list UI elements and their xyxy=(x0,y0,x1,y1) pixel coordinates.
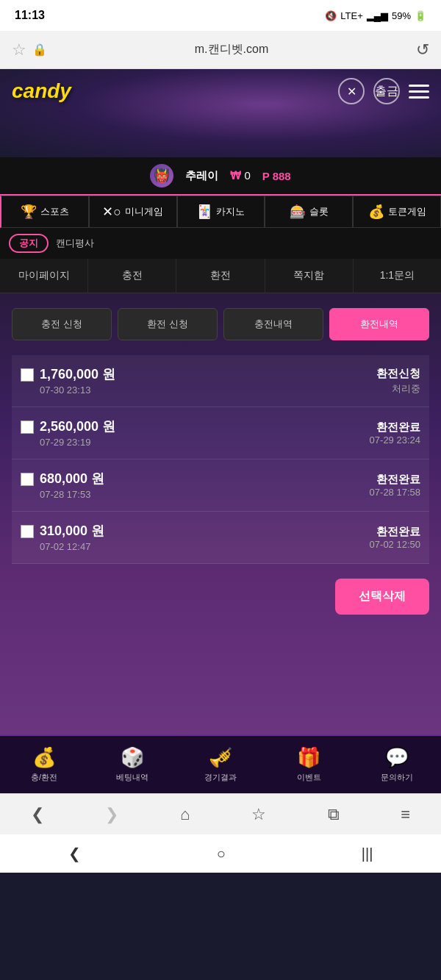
transaction-buttons: 충전 신청 환전 신청 충전내역 환전내역 xyxy=(12,308,429,340)
amount-4: 310,000 원 xyxy=(40,522,104,540)
amount-row-2: 2,560,000 원 xyxy=(21,418,115,435)
checkbox-3[interactable] xyxy=(21,473,34,486)
status-time: 11:13 xyxy=(15,9,45,22)
gift-icon-button[interactable]: ✕ xyxy=(338,78,365,104)
bottom-nav-charge[interactable]: 💰 충/환전 xyxy=(0,742,88,787)
delete-button-wrapper: 선택삭제 xyxy=(12,579,429,615)
battery: 59% xyxy=(392,10,411,21)
bottom-nav-results[interactable]: 🎺 경기결과 xyxy=(176,742,265,787)
bets-nav-icon: 🎲 xyxy=(121,746,144,769)
date-2: 07-29 23:19 xyxy=(40,437,90,448)
menu-button[interactable] xyxy=(409,85,429,99)
table-row: 2,560,000 원 07-29 23:19 환전완료 07-29 23:24 xyxy=(12,407,429,459)
amount-1: 1,760,000 원 xyxy=(40,365,115,383)
date-3: 07-28 17:53 xyxy=(40,489,90,500)
status-date-3: 07-28 17:58 xyxy=(370,487,420,498)
trans-left-1: 1,760,000 원 07-30 23:13 xyxy=(21,365,115,396)
notice-badge[interactable]: 공지 xyxy=(9,234,49,253)
won-symbol: ₩ xyxy=(230,169,241,182)
wallet-button[interactable]: 출금 xyxy=(373,78,400,104)
amount-row-1: 1,760,000 원 xyxy=(21,365,115,383)
system-nav: ❮ ○ ||| xyxy=(0,834,441,873)
tab-mini-game[interactable]: ✕○ 미니게임 xyxy=(89,196,177,228)
browser-left: ☆ 🔒 xyxy=(12,40,47,60)
messages-label: 쪽지함 xyxy=(293,269,324,281)
browser-tabs-button[interactable]: ⧉ xyxy=(328,805,340,824)
money-amount: 0 xyxy=(244,169,250,182)
menu-line-3 xyxy=(409,96,429,99)
signal-bars: ▂▄▆ xyxy=(367,10,388,21)
table-row: 680,000 원 07-28 17:53 환전완료 07-28 17:58 xyxy=(12,459,429,512)
status-label-4: 환전완료 xyxy=(370,525,420,539)
user-avatar: 👹 xyxy=(150,164,173,187)
user-name: 추레이 xyxy=(185,169,218,183)
bottom-nav-inquiry[interactable]: 💬 문의하기 xyxy=(353,742,441,787)
tab-casino[interactable]: 🃏 카지노 xyxy=(177,196,265,228)
nav-charge[interactable]: 충전 xyxy=(88,259,176,293)
status-label-3: 환전완료 xyxy=(370,473,420,487)
network-type: LTE+ xyxy=(340,10,362,21)
battery-icon: 🔋 xyxy=(415,10,426,21)
browser-back-button[interactable]: ❮ xyxy=(31,805,44,824)
header-icons: ✕ 출금 xyxy=(338,78,429,104)
tab-sports-label: 스포츠 xyxy=(40,205,69,218)
tab-sports[interactable]: 🏆 스포츠 xyxy=(0,196,89,228)
status-icons: 🔇 LTE+ ▂▄▆ 59% 🔋 xyxy=(325,10,426,21)
sports-icon: 🏆 xyxy=(21,204,37,220)
status-date-2: 07-29 23:24 xyxy=(370,434,420,446)
bookmark-icon[interactable]: ☆ xyxy=(12,40,26,60)
nav-inquiry[interactable]: 1:1문의 xyxy=(354,259,441,293)
events-nav-icon: 🎁 xyxy=(297,746,320,769)
results-nav-label: 경기결과 xyxy=(204,772,237,783)
bottom-nav-bets[interactable]: 🎲 베팅내역 xyxy=(88,742,176,787)
date-4: 07-02 12:47 xyxy=(40,541,90,552)
notice-bar: 공지 캔디평사 xyxy=(0,228,441,259)
trans-left-3: 680,000 원 07-28 17:53 xyxy=(21,470,104,501)
amount-3: 680,000 원 xyxy=(40,470,104,487)
checkbox-1[interactable] xyxy=(21,368,34,382)
checkbox-2[interactable] xyxy=(21,421,34,434)
header-top: candy ✕ 출금 xyxy=(0,69,441,104)
inquiry-nav-label: 문의하기 xyxy=(381,772,413,783)
btn-exchange-history[interactable]: 환전내역 xyxy=(329,308,429,340)
tab-token[interactable]: 💰 토큰게임 xyxy=(353,196,441,228)
browser-bookmark-button[interactable]: ☆ xyxy=(251,805,266,824)
secondary-nav: 마이페이지 충전 환전 쪽지함 1:1문의 xyxy=(0,259,441,293)
charge-nav-label: 충/환전 xyxy=(31,772,57,783)
mute-icon: 🔇 xyxy=(325,10,337,21)
inquiry-nav-icon: 💬 xyxy=(385,746,409,769)
btn-charge-history[interactable]: 충전내역 xyxy=(223,308,323,340)
browser-url[interactable]: m.캔디벳.com xyxy=(195,42,268,57)
site-header: candy ✕ 출금 xyxy=(0,69,441,157)
browser-menu-button[interactable]: ≡ xyxy=(401,805,410,824)
status-value-1: 처리중 xyxy=(376,382,420,396)
tab-mini-label: 미니게임 xyxy=(125,205,163,218)
nav-exchange[interactable]: 환전 xyxy=(176,259,265,293)
system-recents-button[interactable]: ||| xyxy=(362,845,373,862)
system-home-button[interactable]: ○ xyxy=(217,845,226,862)
events-nav-label: 이벤트 xyxy=(297,772,321,783)
amount-row-3: 680,000 원 xyxy=(21,470,104,487)
inquiry-label: 1:1문의 xyxy=(380,269,415,281)
checkbox-4[interactable] xyxy=(21,525,34,538)
trans-right-4: 환전완료 07-02 12:50 xyxy=(370,525,420,550)
btn-charge-request[interactable]: 충전 신청 xyxy=(12,308,112,340)
user-money: ₩ 0 xyxy=(230,169,251,182)
browser-home-button[interactable]: ⌂ xyxy=(180,805,190,824)
trans-right-3: 환전완료 07-28 17:58 xyxy=(370,473,420,498)
bets-nav-label: 베팅내역 xyxy=(116,772,148,783)
mypage-label: 마이페이지 xyxy=(18,269,70,281)
reload-icon[interactable]: ↺ xyxy=(416,40,429,60)
system-back-button[interactable]: ❮ xyxy=(68,845,81,862)
nav-mypage[interactable]: 마이페이지 xyxy=(0,259,88,293)
delete-selected-button[interactable]: 선택삭제 xyxy=(335,579,429,615)
transaction-list: 1,760,000 원 07-30 23:13 환전신청 처리중 2,560,0… xyxy=(12,355,429,564)
browser-forward-button[interactable]: ❯ xyxy=(105,805,118,824)
bottom-nav-events[interactable]: 🎁 이벤트 xyxy=(265,742,353,787)
tab-slot[interactable]: 🎰 슬롯 xyxy=(265,196,353,228)
charge-nav-icon: 💰 xyxy=(32,746,56,769)
bottom-nav: 💰 충/환전 🎲 베팅내역 🎺 경기결과 🎁 이벤트 💬 문의하기 xyxy=(0,734,441,793)
btn-exchange-request[interactable]: 환전 신청 xyxy=(118,308,218,340)
nav-messages[interactable]: 쪽지함 xyxy=(265,259,354,293)
site-logo: candy xyxy=(12,79,71,103)
